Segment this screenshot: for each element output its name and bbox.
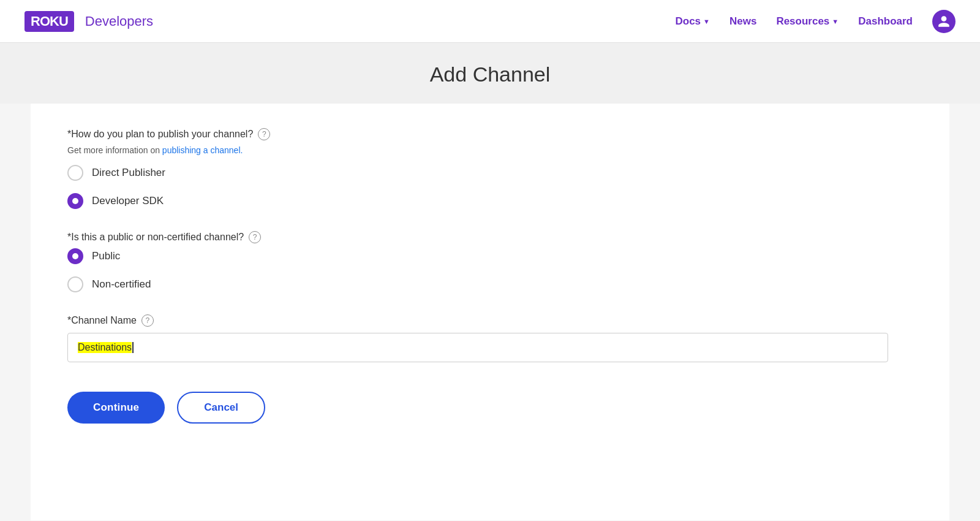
direct-publisher-option[interactable]: Direct Publisher (67, 165, 913, 181)
publish-help-icon[interactable]: ? (258, 128, 270, 140)
nav-left: ROKU Developers (24, 11, 153, 32)
user-avatar[interactable] (932, 10, 956, 33)
dashboard-nav-link[interactable]: Dashboard (858, 15, 913, 28)
developer-sdk-option[interactable]: Developer SDK (67, 193, 913, 209)
button-row: Continue Cancel (67, 392, 913, 424)
roku-logo-box: ROKU (24, 11, 74, 32)
public-option[interactable]: Public (67, 248, 913, 264)
resources-label: Resources (776, 15, 829, 28)
channel-name-label-text: *Channel Name (67, 315, 137, 326)
docs-nav-link[interactable]: Docs ▼ (675, 15, 709, 28)
publishing-link[interactable]: publishing a channel. (162, 145, 243, 155)
publish-section: *How do you plan to publish your channel… (67, 128, 913, 209)
channel-name-section: *Channel Name ? Destinations (67, 314, 913, 362)
developers-label: Developers (85, 13, 153, 29)
channel-name-label: *Channel Name ? (67, 314, 913, 327)
channel-type-question-text: *Is this a public or non-certified chann… (67, 232, 244, 243)
page-title: Add Channel (0, 63, 980, 86)
non-certified-radio[interactable] (67, 276, 83, 292)
public-radio[interactable] (67, 248, 83, 264)
channel-type-question-label: *Is this a public or non-certified chann… (67, 231, 913, 243)
developer-sdk-radio[interactable] (67, 193, 83, 209)
roku-logo[interactable]: ROKU (24, 11, 74, 32)
publish-question-text: *How do you plan to publish your channel… (67, 129, 253, 140)
nav-right: Docs ▼ News Resources ▼ Dashboard (675, 10, 956, 33)
cancel-button[interactable]: Cancel (177, 392, 265, 424)
publish-question-label: *How do you plan to publish your channel… (67, 128, 913, 140)
developer-sdk-label: Developer SDK (92, 195, 164, 207)
news-nav-link[interactable]: News (729, 15, 756, 28)
non-certified-option[interactable]: Non-certified (67, 276, 913, 292)
channel-type-section: *Is this a public or non-certified chann… (67, 231, 913, 292)
news-label: News (729, 15, 756, 28)
direct-publisher-label: Direct Publisher (92, 167, 165, 179)
direct-publisher-radio[interactable] (67, 165, 83, 181)
resources-nav-link[interactable]: Resources ▼ (776, 15, 839, 28)
dashboard-label: Dashboard (858, 15, 913, 28)
channel-type-help-icon[interactable]: ? (249, 231, 261, 243)
channel-name-help-icon[interactable]: ? (141, 314, 154, 327)
sub-text-prefix: Get more information on (67, 145, 162, 155)
resources-chevron-icon: ▼ (832, 18, 839, 25)
publish-sub-text: Get more information on publishing a cha… (67, 145, 913, 155)
main-content: *How do you plan to publish your channel… (31, 104, 949, 520)
public-label: Public (92, 250, 120, 262)
page-header: Add Channel (0, 43, 980, 104)
continue-button[interactable]: Continue (67, 392, 165, 424)
non-certified-label: Non-certified (92, 278, 151, 291)
navbar: ROKU Developers Docs ▼ News Resources ▼ … (0, 0, 980, 43)
docs-label: Docs (675, 15, 701, 28)
docs-chevron-icon: ▼ (703, 18, 710, 25)
